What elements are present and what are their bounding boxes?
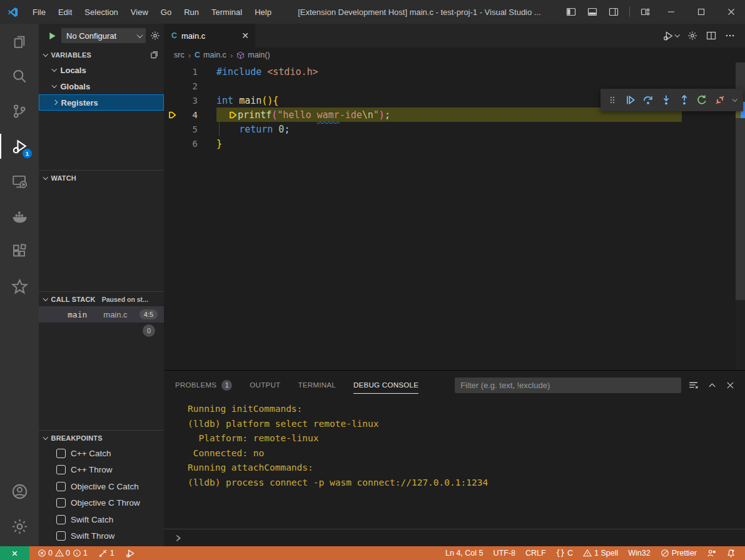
remote-explorer-icon[interactable]: [0, 164, 39, 199]
customize-layout-icon[interactable]: [636, 2, 655, 21]
wamr-debug-launch-status[interactable]: [121, 546, 139, 560]
docker-icon[interactable]: [0, 199, 39, 234]
continue-icon[interactable]: [624, 92, 638, 108]
variables-scope-registers[interactable]: Registers: [39, 94, 164, 111]
minimize-button[interactable]: [657, 0, 685, 24]
menu-go[interactable]: Go: [155, 5, 177, 19]
breadcrumb-src[interactable]: src: [174, 51, 185, 59]
split-editor-icon[interactable]: [706, 31, 716, 41]
breadcrumb-symbol[interactable]: main(): [248, 51, 270, 59]
close-tab-icon[interactable]: ✕: [241, 31, 249, 41]
debug-console-input[interactable]: [164, 529, 745, 546]
editor-settings-gear-icon[interactable]: [687, 31, 697, 41]
menu-help[interactable]: Help: [249, 5, 277, 19]
clear-console-icon[interactable]: [688, 380, 699, 391]
toggle-panel-icon[interactable]: [583, 2, 602, 21]
settings-gear-icon[interactable]: [0, 509, 39, 544]
spell-checker-status[interactable]: 1 Spell: [579, 546, 622, 560]
tab-terminal[interactable]: TERMINAL: [298, 378, 336, 392]
call-stack-header[interactable]: CALL STACK Paused on st...: [39, 292, 164, 306]
code-editor[interactable]: 1 #include <stdio.h> 2 3 int main(){ 4: [164, 62, 745, 370]
maximize-panel-icon[interactable]: [707, 381, 717, 390]
tools-status[interactable]: 1: [94, 546, 119, 560]
toggle-sidebar-icon[interactable]: [562, 2, 580, 21]
debug-console-output[interactable]: Running initCommands: (lldb) platform se…: [164, 399, 745, 529]
variables-scope-globals[interactable]: Globals: [39, 78, 164, 94]
problems-badge: 1: [221, 380, 232, 391]
watch-header[interactable]: WATCH: [39, 171, 164, 185]
run-and-debug-icon[interactable]: 1: [0, 129, 39, 164]
feedback-status[interactable]: [702, 546, 721, 560]
vscode-window: File Edit Selection View Go Run Terminal…: [0, 0, 745, 560]
extensions-icon[interactable]: [0, 234, 39, 269]
more-actions-icon[interactable]: [725, 31, 735, 41]
tab-main-c[interactable]: C main.c ✕: [164, 24, 255, 48]
source-control-icon[interactable]: [0, 94, 39, 129]
tab-label: PROBLEMS: [175, 381, 216, 389]
tab-debug-console[interactable]: DEBUG CONSOLE: [353, 378, 418, 392]
menu-run[interactable]: Run: [178, 5, 205, 19]
menu-view[interactable]: View: [125, 5, 154, 19]
tab-output[interactable]: OUTPUT: [250, 378, 280, 392]
breakpoint-checkbox[interactable]: [56, 482, 66, 491]
notifications-status[interactable]: [722, 546, 740, 560]
open-launch-json-gear-icon[interactable]: [150, 31, 160, 41]
breakpoint-checkbox[interactable]: [56, 498, 66, 508]
run-or-debug-button[interactable]: [663, 31, 679, 41]
menu-selection[interactable]: Selection: [79, 5, 123, 19]
favorites-star-icon[interactable]: [0, 269, 39, 304]
platform-target-status[interactable]: Win32: [624, 546, 654, 560]
cursor-position-status[interactable]: Ln 4, Col 5: [441, 546, 487, 560]
menu-file[interactable]: File: [27, 5, 51, 19]
thread-row[interactable]: 0: [39, 322, 164, 339]
step-out-icon[interactable]: [677, 92, 691, 108]
eol-status[interactable]: CRLF: [521, 546, 550, 560]
console-line: (lldb) platform select remote-linux: [188, 417, 745, 432]
step-into-icon[interactable]: [659, 92, 674, 108]
disconnect-icon[interactable]: [712, 92, 727, 108]
console-line: (lldb) process connect -p wasm connect:/…: [188, 476, 745, 491]
start-debugging-icon[interactable]: [48, 31, 57, 41]
step-over-icon[interactable]: [641, 92, 656, 108]
stack-frame-row[interactable]: main main.c 4:5: [39, 306, 164, 322]
breakpoints-header[interactable]: BREAKPOINTS: [39, 431, 164, 445]
formatter-status[interactable]: Prettier: [656, 546, 701, 560]
search-icon[interactable]: [0, 59, 39, 94]
language-mode-status[interactable]: {} C: [552, 546, 577, 560]
breakpoint-checkbox[interactable]: [56, 531, 66, 541]
breakpoint-checkbox[interactable]: [56, 465, 66, 474]
encoding-status[interactable]: UTF-8: [489, 546, 519, 560]
explorer-icon[interactable]: [0, 24, 39, 59]
maximize-button[interactable]: [687, 0, 715, 24]
toolbar-drag-handle[interactable]: [606, 92, 620, 108]
debug-configuration-dropdown[interactable]: No Configurat: [61, 28, 146, 43]
breakpoint-label: Swift Catch: [71, 515, 113, 524]
close-panel-icon[interactable]: [726, 381, 735, 390]
problems-status[interactable]: 0 0 1: [33, 546, 92, 560]
frame-file: main.c: [103, 310, 139, 319]
toggle-secondary-sidebar-icon[interactable]: [604, 2, 623, 21]
debug-toolbar-dropdown-icon[interactable]: [731, 92, 739, 108]
account-icon[interactable]: [0, 474, 39, 509]
variables-header[interactable]: VARIABLES: [39, 48, 164, 62]
remote-icon: [10, 549, 19, 558]
breakpoint-cpp-catch[interactable]: C++ Catch: [39, 445, 164, 462]
remote-indicator[interactable]: [0, 546, 29, 560]
breakpoint-objc-catch[interactable]: Objective C Catch: [39, 478, 164, 495]
menu-terminal[interactable]: Terminal: [206, 5, 248, 19]
breakpoint-checkbox[interactable]: [56, 449, 66, 458]
copy-value-icon[interactable]: [150, 50, 159, 59]
close-window-button[interactable]: [717, 0, 745, 24]
breakpoint-swift-throw[interactable]: Swift Throw: [39, 528, 164, 545]
breadcrumb-file[interactable]: main.c: [203, 51, 226, 59]
console-filter-input[interactable]: [455, 378, 681, 393]
breakpoint-swift-catch[interactable]: Swift Catch: [39, 511, 164, 528]
menu-edit[interactable]: Edit: [53, 5, 78, 19]
breakpoint-cpp-throw[interactable]: C++ Throw: [39, 462, 164, 479]
breakpoint-checkbox[interactable]: [56, 515, 66, 524]
breakpoint-objc-throw[interactable]: Objective C Throw: [39, 495, 164, 512]
tab-problems[interactable]: PROBLEMS 1: [175, 376, 232, 394]
chevron-down-icon: [674, 32, 679, 38]
restart-icon[interactable]: [695, 92, 709, 108]
variables-scope-locals[interactable]: Locals: [39, 62, 164, 78]
